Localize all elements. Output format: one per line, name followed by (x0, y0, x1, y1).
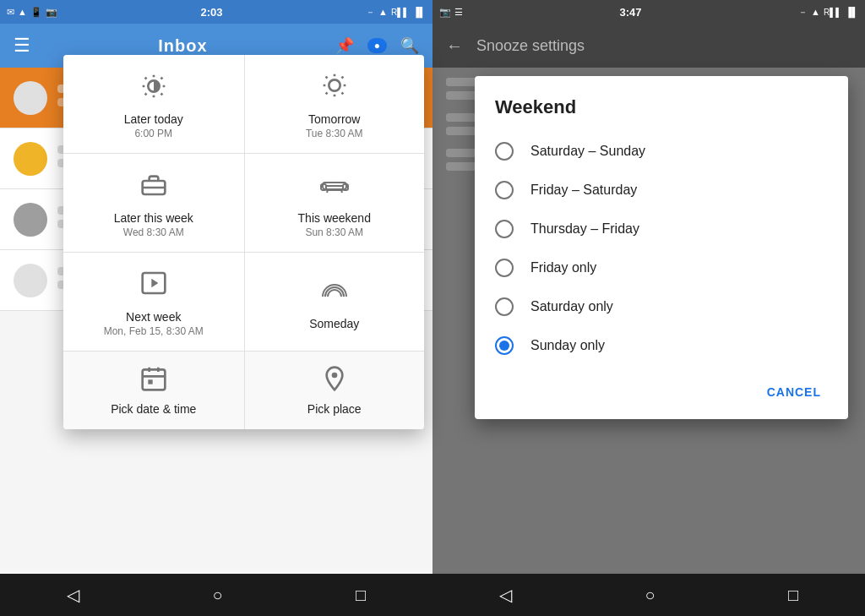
right-wifi-icon: ▲ (811, 7, 820, 17)
briefcase-icon (140, 171, 167, 204)
snooze-someday[interactable]: Someday (244, 252, 425, 351)
rainbow-icon (319, 276, 350, 310)
right-recent-icon[interactable]: □ (788, 586, 798, 605)
right-back-icon[interactable]: ◁ (499, 585, 512, 605)
drive-icon: ▲ (18, 7, 27, 17)
svg-line-3 (144, 77, 146, 79)
snooze-dialog: Later today 6:00 PM Tomorrow Tue 8:30 AM… (63, 55, 424, 429)
weekend-dialog: Weekend Saturday – Sunday Friday – Satur… (475, 76, 848, 419)
fri-only-label: Friday only (530, 260, 596, 275)
sat-sun-label: Saturday – Sunday (530, 144, 645, 159)
option-thu-fri[interactable]: Thursday – Friday (475, 210, 848, 248)
svg-line-4 (160, 93, 162, 95)
phone-icon: 📱 (30, 7, 42, 18)
radio-fri-sat (495, 181, 514, 199)
couch-icon (319, 171, 350, 204)
right-signal-icon: R▌▌ (824, 8, 841, 17)
snooze-later-week[interactable]: Later this week Wed 8:30 AM (63, 153, 244, 252)
tomorrow-sub: Tue 8:30 AM (306, 128, 363, 139)
snooze-bottom: Pick date & time Pick place (63, 351, 424, 429)
right-status-bar: 📷 ☰ 3:47 － ▲ R▌▌ ▐▌ (432, 0, 865, 24)
left-status-right-icons: － ▲ R▌▌ ▐▌ (366, 6, 426, 19)
cancel-button[interactable]: CANCEL (753, 379, 835, 406)
right-status-right-icons: － ▲ R▌▌ ▐▌ (798, 6, 858, 19)
avatar-3 (14, 264, 47, 297)
search-icon[interactable]: 🔍 (400, 36, 419, 55)
tomorrow-label: Tomorrow (308, 112, 360, 126)
wifi-icon: ▲ (378, 7, 388, 17)
right-home-icon[interactable]: ○ (645, 586, 655, 605)
left-status-icons: ✉ ▲ 📱 📷 (7, 7, 57, 18)
left-panel: ✉ ▲ 📱 📷 2:03 － ▲ R▌▌ ▐▌ ☰ Inbox 📌 ● 🔍 (0, 0, 432, 616)
svg-line-12 (325, 77, 327, 79)
minus-icon: － (366, 6, 375, 19)
pin-icon[interactable]: 📌 (335, 36, 354, 55)
avatar-1 (14, 142, 47, 176)
someday-label: Someday (309, 317, 359, 330)
snooze-next-week[interactable]: Next week Mon, Feb 15, 8:30 AM (63, 252, 244, 351)
left-nav-bar: ◁ ○ □ (0, 574, 432, 616)
avatar-today (14, 81, 47, 115)
right-nav-bar: ◁ ○ □ (432, 574, 865, 616)
sat-only-label: Saturday only (530, 299, 613, 314)
svg-line-13 (341, 92, 343, 94)
svg-rect-32 (148, 379, 152, 384)
radio-sat-sun (495, 142, 514, 161)
radio-inner-sun-only (499, 341, 509, 351)
snooze-this-weekend[interactable]: This weekend Sun 8:30 AM (244, 153, 425, 252)
back-arrow-icon[interactable]: ← (446, 36, 463, 56)
later-week-sub: Wed 8:30 AM (123, 226, 184, 238)
right-status-icons: 📷 ☰ (439, 7, 463, 18)
option-fri-only[interactable]: Friday only (475, 248, 848, 287)
option-fri-sat[interactable]: Friday – Saturday (475, 171, 848, 210)
svg-marker-27 (151, 279, 158, 288)
inbox-title: Inbox (158, 36, 207, 56)
snooze-settings-title: Snooze settings (476, 37, 585, 55)
svg-line-25 (341, 190, 342, 193)
camera-icon: 📷 (46, 7, 57, 18)
snooze-tomorrow[interactable]: Tomorrow Tue 8:30 AM (244, 55, 425, 153)
option-sat-sun[interactable]: Saturday – Sunday (475, 132, 848, 171)
sun-half-icon (140, 73, 167, 106)
svg-rect-28 (142, 369, 165, 390)
svg-line-16 (325, 92, 327, 94)
sun-only-label: Sunday only (530, 338, 605, 353)
weekend-actions: CANCEL (475, 372, 848, 412)
later-week-label: Later this week (114, 211, 193, 225)
location-icon (321, 365, 348, 395)
tomorrow-icon (321, 72, 348, 106)
forward-icon (140, 270, 167, 303)
recent-icon[interactable]: □ (356, 586, 366, 605)
radio-sat-only (495, 297, 514, 316)
menu-icon[interactable]: ☰ (14, 35, 30, 57)
home-icon[interactable]: ○ (212, 586, 222, 605)
snooze-later-today[interactable]: Later today 6:00 PM (63, 55, 244, 153)
option-sat-only[interactable]: Saturday only (475, 287, 848, 326)
radio-sun-only (495, 336, 514, 355)
right-toolbar: ← Snooze settings (432, 24, 865, 68)
later-today-sub: 6:00 PM (134, 128, 172, 139)
weekend-title: Weekend (475, 76, 848, 132)
pick-place[interactable]: Pick place (244, 352, 425, 429)
right-signal1-icon: 📷 (439, 7, 451, 18)
right-battery-icon: ▐▌ (845, 7, 858, 17)
left-time: 2:03 (200, 6, 222, 19)
signal-icon: R▌▌ (391, 8, 409, 17)
option-sun-only[interactable]: Sunday only (475, 326, 848, 365)
pick-date-time-label: Pick date & time (111, 402, 196, 416)
next-week-sub: Mon, Feb 15, 8:30 AM (104, 325, 204, 337)
this-weekend-sub: Sun 8:30 AM (305, 226, 363, 238)
right-signal2-icon: ☰ (454, 7, 463, 18)
thu-fri-label: Thursday – Friday (530, 221, 639, 237)
left-status-bar: ✉ ▲ 📱 📷 2:03 － ▲ R▌▌ ▐▌ (0, 0, 432, 24)
toolbar-icons: 📌 ● 🔍 (335, 36, 419, 55)
svg-line-24 (327, 190, 328, 193)
svg-point-9 (329, 79, 340, 90)
back-icon[interactable]: ◁ (67, 585, 79, 605)
toggle-switch[interactable]: ● (367, 38, 387, 53)
right-time: 3:47 (620, 6, 642, 19)
svg-rect-21 (326, 186, 343, 190)
svg-line-17 (341, 77, 343, 79)
radio-thu-fri (495, 220, 514, 238)
pick-date-time[interactable]: Pick date & time (63, 352, 244, 429)
